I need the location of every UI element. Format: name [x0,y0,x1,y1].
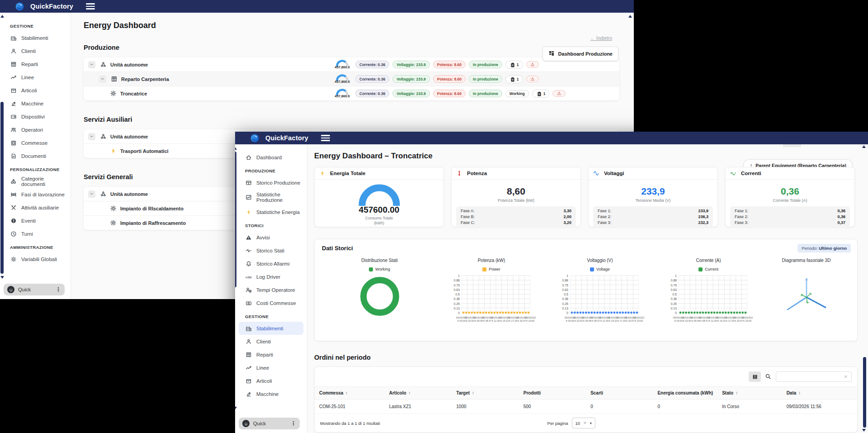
user-menu-dots-icon[interactable]: ⋮ [291,420,296,427]
table-row[interactable]: COM-25-101Lastra XZ1100050000In Corso09/… [315,400,857,414]
table-cell: COM-25-101 [315,400,385,414]
column-picker-button[interactable] [749,371,761,382]
sidebar-item-eventi[interactable]: Eventi [0,214,71,227]
sidebar-item-articoli[interactable]: Articoli [0,84,71,97]
sort-icon[interactable]: ▲▼ [798,391,800,395]
gear-icon [110,90,117,97]
scroll-thumb[interactable] [863,357,866,428]
sidebar-item-dashboard[interactable]: Dashboard [235,151,307,164]
sidebar-item-linee[interactable]: Linee [0,71,71,84]
sidebar-item-documenti[interactable]: Documenti [0,149,71,162]
sidebar-item-variabili-globali[interactable]: Variabili Globali [0,252,71,266]
menu-hamburger-icon[interactable] [321,135,330,141]
clear-icon[interactable]: ✕ [583,421,587,425]
sidebar-item-storico-allarmi[interactable]: Storico Allarmi [235,257,307,270]
section-title-produzione: Produzione [84,44,619,51]
equipment-name: Impianto di Raffrescamento [120,220,186,226]
sidebar-item-clienti[interactable]: Clienti [235,335,307,348]
column-header-commessa[interactable]: Commessa▲▼ [315,387,385,400]
fase-row: Fase 1:233,9 [598,208,708,214]
user-menu-dots-icon[interactable]: ⋮ [56,286,61,293]
sidebar-item-storico-produzione[interactable]: Storico Produzione [235,176,307,189]
sidebar-item-macchine[interactable]: Macchine [0,97,71,110]
column-header-data[interactable]: Data▲▼ [782,387,857,400]
sidebar-item-stabilimenti[interactable]: Stabilimenti [0,31,71,44]
user-quick-pill[interactable]: ☺ Quick ⋮ [239,418,300,429]
equipment-row[interactable]: Reparto Carpenteria457,600.0Corrente: 0.… [84,72,619,86]
scroll-up-arrow[interactable] [0,15,4,18]
per-page-select[interactable]: 10 ✕ ▾ [572,418,595,428]
sidebar-item-costi-commesse[interactable]: Costi Commesse [235,296,307,309]
sort-icon[interactable]: ▲▼ [409,391,410,395]
sidebar-item-statistiche-energia[interactable]: Statistiche Energia [235,205,307,219]
scroll-thumb[interactable] [0,102,4,274]
sort-icon[interactable]: ▲▼ [345,391,347,395]
scroll-down-arrow[interactable] [235,407,237,409]
column-header-stato[interactable]: Stato▲▼ [717,387,782,400]
sidebar-item-attivit-ausiliarie[interactable]: Attività ausiliarie [0,201,71,214]
table-search-input[interactable]: ✕ [776,371,852,382]
scroll-up-arrow[interactable] [862,145,866,148]
column-header-scarti[interactable]: Scarti [586,387,653,400]
period-badge[interactable]: Periodo: Ultimo giorno [797,244,851,252]
card-unit: Potenza Totale (kW) [452,198,580,203]
equipment-name: Unità autonome [110,134,148,139]
column-header-articolo[interactable]: Articolo▲▼ [385,387,452,400]
column-header-energia-consumata-kwh-[interactable]: Energia consumata (kWh) [653,387,717,400]
sidebar-item-commesse[interactable]: Commesse [0,136,71,149]
sidebar-item-operatori[interactable]: Operatori [0,123,71,136]
card-title: Potenza [467,171,487,176]
alert-pill[interactable]: ⚠ [526,76,539,82]
column-header-target[interactable]: Target▲▼ [452,387,519,400]
orders-count-pill[interactable]: 1 [505,75,523,83]
sidebar-item-reparti[interactable]: Reparti [235,348,307,361]
phases-icon [10,191,17,198]
scroll-up-arrow[interactable] [235,147,237,150]
sidebar-item-stabilimenti[interactable]: Stabilimenti [239,322,303,335]
sidebar-item-categorie-documenti[interactable]: Categorie documenti [0,175,71,188]
alert-pill[interactable]: ⚠ [552,90,566,97]
equipment-metrics: 457,600.0Corrente: 0.36Voltaggio: 233.9P… [332,60,539,69]
equipment-card: Unità autonome457,600.0Corrente: 0.36Vol… [84,57,619,100]
sidebar-item-avvisi[interactable]: Avvisi [235,231,307,244]
sidebar-item-turni[interactable]: Turni [0,227,71,240]
orders-count-pill[interactable]: 1 [532,90,550,98]
expand-chevron-icon[interactable] [99,76,106,83]
equipment-row[interactable]: Unità autonome457,600.0Corrente: 0.36Vol… [84,57,619,72]
sidebar-item-articoli[interactable]: Articoli [235,374,307,387]
clear-search-icon[interactable]: ✕ [844,374,848,379]
sidebar-item-linee[interactable]: Linee [235,361,307,374]
expand-chevron-icon[interactable] [88,190,95,198]
alert-pill[interactable]: ⚠ [526,61,539,68]
operators-icon [10,126,17,133]
orders-count-pill[interactable]: 1 [505,61,523,69]
equipment-row[interactable]: Troncatrice457,600.0Corrente: 0.36Voltag… [84,86,619,100]
sort-icon[interactable]: ▲▼ [736,391,737,395]
sidebar-item-statistiche-produzione[interactable]: Statistiche Produzione [235,189,307,205]
column-header-prodotti[interactable]: Prodotti [519,387,586,400]
equipment-name: Trasporti Automatici [120,148,169,154]
sidebar-item-macchine[interactable]: Macchine [235,387,307,400]
sidebar-item-log-driver[interactable]: LOGLog Driver [235,270,307,283]
sidebar-item-tempi-operatore[interactable]: Tempi Operatore [235,283,307,296]
scroll-down-arrow[interactable] [0,276,4,279]
sidebar-item-clienti[interactable]: Clienti [0,44,71,57]
scroll-down-arrow[interactable] [862,429,866,432]
sidebar-item-reparti[interactable]: Reparti [0,57,71,71]
sidebar-item-label: Storico Stati [256,248,284,253]
article-icon [245,377,252,384]
sidebar-item-dispositivi[interactable]: Dispositivi [0,110,71,123]
operator-clock-icon [245,286,252,293]
user-quick-pill[interactable]: ☺ Quick ⋮ [4,284,65,295]
scroll-thumb[interactable] [235,152,236,287]
sort-icon[interactable]: ▲▼ [472,391,474,395]
sidebar-item-fasi-di-lavorazione[interactable]: Fasi di lavorazione [0,188,71,201]
log-icon: LOG [245,273,252,280]
department-icon [245,351,252,358]
menu-hamburger-icon[interactable] [86,3,95,10]
status-badge: Voltaggio: 233.9 [392,61,430,68]
back-link[interactable]: ← Indietro [590,35,612,41]
expand-chevron-icon[interactable] [88,61,95,68]
expand-chevron-icon[interactable] [88,133,95,140]
sidebar-item-storico-stati[interactable]: Storico Stati [235,244,307,257]
